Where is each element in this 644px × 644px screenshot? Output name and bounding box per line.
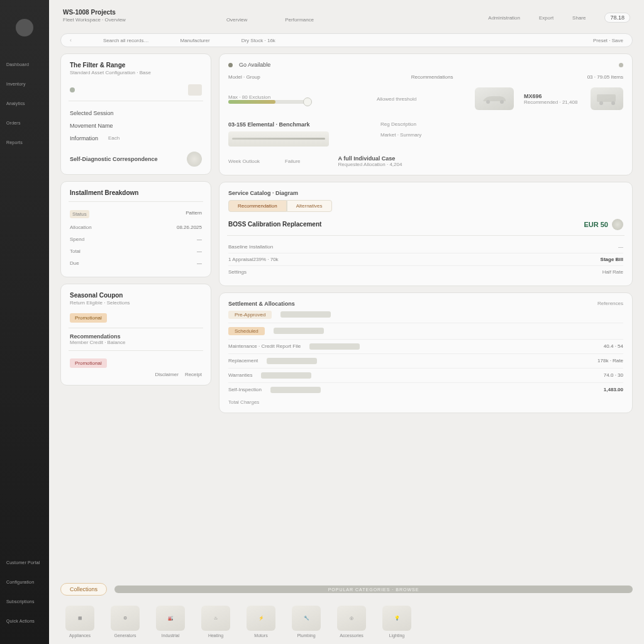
cardD-chip[interactable]: Promotional (70, 313, 107, 323)
cardA-sub: Standard Asset Configuration · Base (70, 70, 202, 75)
cat-label: Generators (114, 633, 136, 638)
cat-heating[interactable]: ♨Heating (201, 606, 230, 638)
row2-b: Market · Summary (380, 132, 421, 138)
hdr-share[interactable]: Share (572, 15, 586, 21)
cardF-hd-r[interactable]: References (597, 301, 623, 307)
cat-industrial[interactable]: 🏭Industrial (156, 606, 185, 638)
svc-rowb: 1 Appraisal (228, 257, 253, 262)
cat-label: Appliances (69, 633, 91, 638)
sidebar: Dashboard Inventory Analytics Orders Rep… (0, 0, 49, 644)
category-strip: ▦Appliances ⚙Generators 🏭Industrial ♨Hea… (60, 602, 633, 638)
progress-bar (280, 311, 331, 318)
category-bar: Collections POPULAR CATEGORIES · BROWSE (60, 583, 633, 596)
cardC-v0: Pattern (186, 210, 202, 218)
nav-quick[interactable]: Quick Actions (4, 617, 45, 625)
veh1-name: MX696 (524, 93, 580, 99)
cardC-title: Installment Breakdown (70, 189, 202, 196)
hdr-admin[interactable]: Administration (488, 15, 520, 21)
cardD-chip2[interactable]: Promotional (70, 358, 107, 368)
tab-recommendation[interactable]: Recommendation (228, 200, 287, 212)
progress-bar (309, 343, 360, 350)
cat-accessories[interactable]: ◎Accessories (337, 606, 366, 638)
filter-bar: ‹ Search all records… Manufacturer Dry S… (60, 33, 633, 47)
cat-appliances[interactable]: ▦Appliances (65, 606, 94, 638)
rowF4: Warranties (228, 372, 252, 378)
row2-a: Reg Description (380, 121, 421, 127)
card-settlement: Settlement & Allocations References Pre-… (219, 292, 633, 413)
range-slider[interactable] (228, 100, 310, 104)
tag-preapproved[interactable]: Pre-Approved (228, 311, 272, 319)
nav-config[interactable]: Configuration (4, 578, 45, 586)
svg-point-4 (611, 101, 615, 105)
svg-rect-2 (597, 94, 616, 102)
vehicle-thumb-icon[interactable] (475, 87, 514, 110)
nav-analytics[interactable]: Analytics (4, 99, 45, 108)
cardD-footl: Disclaimer (155, 372, 179, 377)
nav-orders[interactable]: Orders (4, 119, 45, 127)
cardC-k4: Due (70, 260, 79, 266)
nav-customer[interactable]: Customer Portal (4, 558, 45, 567)
nav-dashboard[interactable]: Dashboard (4, 60, 45, 69)
tab-alternatives[interactable]: Alternatives (287, 200, 332, 212)
collections-pill[interactable]: Collections (60, 583, 107, 596)
card-availability: Go Available Model · Group Recommendatio… (219, 53, 633, 175)
cat-motors[interactable]: ⚡Motors (247, 606, 275, 638)
cat-label: Industrial (162, 633, 179, 638)
svg-point-3 (599, 101, 603, 105)
accessory-icon: ◎ (337, 606, 366, 631)
page-title: WS-1008 Projects (63, 9, 126, 16)
cardA-l3[interactable]: Information (70, 135, 98, 142)
cardC-v2: — (197, 236, 202, 242)
nav-reports[interactable]: Reports (4, 138, 45, 147)
rowF2: Maintenance · Credit Report File (228, 343, 301, 349)
tab-overview[interactable]: Overview (226, 17, 247, 23)
lighting-icon: 💡 (382, 606, 411, 631)
cardD-sub: Return Eligible · Selections (70, 300, 202, 306)
gauge-icon[interactable] (228, 131, 329, 147)
card-services: Service Catalog · Diagram Recommendation… (219, 182, 633, 286)
status-dot-icon (70, 87, 75, 92)
cardE-title: Service Catalog · Diagram (228, 190, 623, 196)
progress-bar (270, 387, 321, 393)
chevron-left-icon[interactable]: ‹ (70, 37, 72, 43)
card-installment: Installment Breakdown StatusPattern Allo… (60, 181, 211, 277)
hdr-export[interactable]: Export (539, 15, 553, 21)
veh1-sub: Recommended · 21,408 (524, 99, 580, 105)
tag-scheduled[interactable]: Scheduled (228, 327, 265, 335)
cardC-k1: Allocation (70, 225, 92, 230)
service-price: EUR 50 (584, 221, 608, 228)
nav-inventory[interactable]: Inventory (4, 80, 45, 88)
category-banner[interactable]: POPULAR CATEGORIES · BROWSE (114, 586, 633, 593)
progress-bar (274, 328, 324, 334)
page-subtitle: Fleet Workspace · Overview (63, 17, 126, 23)
svc-rowc-r: Half Rate (602, 269, 623, 275)
cardD-footr[interactable]: Receipt (185, 372, 202, 377)
cardA-l3v: Each (108, 135, 119, 142)
filter-preset[interactable]: Preset · Save (593, 38, 623, 43)
cardA-l2[interactable]: Movement Name (70, 123, 202, 129)
filter-manufacturer[interactable]: Manufacturer (180, 38, 209, 43)
rowF3: Replacement (228, 358, 258, 364)
cardB-col1: Model · Group (228, 74, 260, 80)
ft-a: Week Outlook (228, 158, 260, 164)
amt2: 40.4 · 54 (604, 343, 623, 349)
tab-performance[interactable]: Performance (285, 17, 314, 23)
hdr-metric-pill: 78.18 (604, 13, 630, 23)
svc-rowc: Settings (228, 269, 247, 275)
cardB-hd: Go Available (239, 62, 270, 68)
cardA-l1[interactable]: Selected Session (70, 110, 202, 116)
cat-generators[interactable]: ⚙Generators (111, 606, 140, 638)
nav-subs[interactable]: Subscriptions (4, 597, 45, 606)
more-dot-icon[interactable] (619, 63, 623, 67)
avatar[interactable] (16, 19, 33, 36)
preview-thumb-icon[interactable] (188, 84, 202, 96)
vehicle-thumb2-icon[interactable] (591, 87, 623, 110)
filter-stock[interactable]: Dry Stock · 16k (242, 38, 275, 43)
search-input[interactable]: Search all records… (103, 38, 148, 43)
cardC-k0: Status (70, 210, 89, 218)
cat-lighting[interactable]: 💡Lighting (382, 606, 411, 638)
cardB-col2: Recommendations (411, 74, 453, 80)
cat-plumbing[interactable]: 🔧Plumbing (292, 606, 321, 638)
progress-bar (267, 358, 317, 364)
heating-icon: ♨ (201, 606, 230, 631)
